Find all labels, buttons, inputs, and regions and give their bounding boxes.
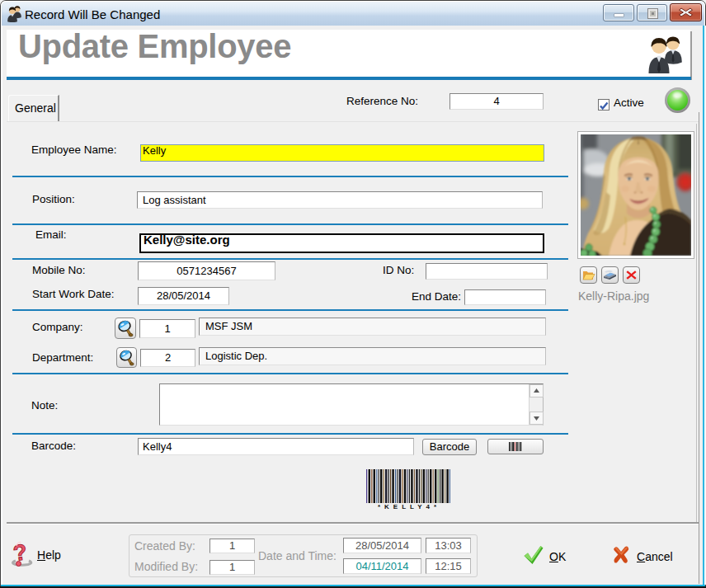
svg-text:*KELLY4*: *KELLY4* [378,503,440,510]
